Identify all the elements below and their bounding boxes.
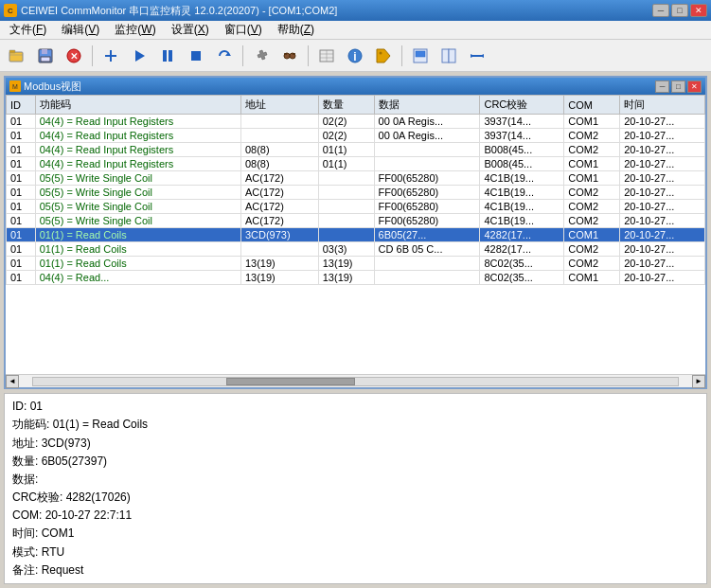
main-area: M Modbus视图 ─ □ ✕ ID 功能码 地址 数量 数据 CRC校 <box>0 72 711 588</box>
modbus-title-left: M Modbus视图 <box>9 80 81 94</box>
title-bar: C CEIWEI CommMonitor 串口监控精灵 12.0.2(20207… <box>0 0 711 21</box>
col-funccode: 功能码 <box>35 96 240 115</box>
detail-value: RTU <box>38 545 64 559</box>
col-com: COM <box>564 96 620 115</box>
table-header-row: ID 功能码 地址 数量 数据 CRC校验 COM 时间 <box>7 96 705 115</box>
table-row[interactable]: 0104(4) = Read Input Registers08(8)01(1)… <box>7 143 705 157</box>
detail-field: 备注: Request <box>12 561 699 579</box>
modbus-maximize[interactable]: □ <box>671 80 685 93</box>
col-crc: CRC校验 <box>480 96 564 115</box>
menu-settings[interactable]: 设置(X) <box>164 20 217 40</box>
title-bar-left: C CEIWEI CommMonitor 串口监控精灵 12.0.2(20207… <box>4 4 337 18</box>
open-button[interactable] <box>4 44 30 68</box>
svg-rect-3 <box>42 49 47 54</box>
detail-label: 地址: <box>12 437 38 450</box>
play-button[interactable] <box>126 44 152 68</box>
modbus-table: ID 功能码 地址 数量 数据 CRC校验 COM 时间 0104(4) = R… <box>6 95 705 285</box>
detail-value: 3CD(973) <box>38 437 90 450</box>
toolbar: ✕ i <box>0 40 711 72</box>
svg-rect-12 <box>191 51 201 61</box>
minimize-button[interactable]: ─ <box>652 4 669 17</box>
close-button[interactable]: ✕ <box>690 4 707 17</box>
detail-label: 功能码: <box>12 418 49 431</box>
svg-marker-25 <box>377 49 390 62</box>
table-row[interactable]: 0105(5) = Write Single CoilAC(172)FF00(6… <box>7 186 705 200</box>
separator-2 <box>242 45 243 66</box>
menu-help[interactable]: 帮助(Z) <box>270 20 322 40</box>
table-row[interactable]: 0104(4) = Read...13(19)13(19)8C02(35...C… <box>7 271 705 285</box>
scroll-right-arrow[interactable]: ► <box>692 375 705 388</box>
menu-window[interactable]: 窗口(V) <box>217 20 270 40</box>
svg-marker-13 <box>225 52 231 56</box>
horizontal-scrollbar[interactable]: ◄ ► <box>6 374 705 387</box>
svg-rect-30 <box>449 49 455 62</box>
scroll-track[interactable] <box>32 377 679 386</box>
detail-panel: ID: 01功能码: 01(1) = Read Coils地址: 3CD(973… <box>4 393 707 584</box>
scroll-thumb[interactable] <box>226 378 355 385</box>
table-body: 0104(4) = Read Input Registers02(2)00 0A… <box>7 115 705 285</box>
app-icon: C <box>4 4 17 17</box>
modbus-close[interactable]: ✕ <box>687 80 702 93</box>
svg-marker-32 <box>471 54 474 58</box>
pause-button[interactable] <box>154 44 181 68</box>
menu-file[interactable]: 文件(F) <box>2 20 54 40</box>
detail-label: 数据: <box>12 472 38 486</box>
separator-1 <box>92 45 93 66</box>
table-row[interactable]: 0101(1) = Read Coils13(19)13(19)8C02(35.… <box>7 257 705 271</box>
detail-value: 4282(17026) <box>62 490 130 504</box>
config-button[interactable] <box>248 44 275 68</box>
detail-value: COM1 <box>38 526 74 540</box>
table-row[interactable]: 0104(4) = Read Input Registers02(2)00 0A… <box>7 129 705 143</box>
menu-bar: 文件(F) 编辑(V) 监控(W) 设置(X) 窗口(V) 帮助(Z) <box>0 21 711 40</box>
delete-button[interactable]: ✕ <box>61 44 87 68</box>
detail-label: CRC校验: <box>12 490 62 504</box>
table-row[interactable]: 0105(5) = Write Single CoilAC(172)FF00(6… <box>7 200 705 214</box>
menu-edit[interactable]: 编辑(V) <box>54 20 107 40</box>
detail-field: 地址: 3CD(973) <box>12 435 699 453</box>
detail-value: Request <box>38 563 83 577</box>
detail-field: COM: 20-10-27 22:7:11 <box>12 507 699 525</box>
svg-point-26 <box>380 51 382 54</box>
modbus-minimize[interactable]: ─ <box>655 80 669 93</box>
svg-marker-9 <box>135 50 145 62</box>
search-button[interactable] <box>276 44 303 68</box>
stop-button[interactable] <box>183 44 209 68</box>
separator-4 <box>401 45 402 66</box>
tag-button[interactable] <box>370 44 397 68</box>
table-row[interactable]: 0104(4) = Read Input Registers08(8)01(1)… <box>7 157 705 171</box>
modbus-window: M Modbus视图 ─ □ ✕ ID 功能码 地址 数量 数据 CRC校 <box>4 76 707 389</box>
modbus-title-bar: M Modbus视图 ─ □ ✕ <box>6 78 705 95</box>
modbus-controls: ─ □ ✕ <box>655 80 702 93</box>
detail-value: 01(1) = Read Coils <box>49 418 148 431</box>
app-title: CEIWEI CommMonitor 串口监控精灵 12.0.2(20207) … <box>21 4 337 18</box>
detail-field: 数量: 6B05(27397) <box>12 453 699 471</box>
scroll-left-arrow[interactable]: ◄ <box>6 375 19 388</box>
detail-label: ID: <box>12 400 27 413</box>
col-id: ID <box>7 96 36 115</box>
col-data: 数据 <box>374 96 480 115</box>
detail-label: 数量: <box>12 454 38 468</box>
detail-field: 功能码: 01(1) = Read Coils <box>12 416 699 434</box>
detail-field: 时间: COM1 <box>12 525 699 543</box>
list-button[interactable] <box>313 44 340 68</box>
table-row[interactable]: 0105(5) = Write Single CoilAC(172)FF00(6… <box>7 214 705 228</box>
table-row[interactable]: 0104(4) = Read Input Registers02(2)00 0A… <box>7 115 705 129</box>
svg-text:✕: ✕ <box>70 51 78 62</box>
table-row[interactable]: 0101(1) = Read Coils03(3)CD 6B 05 C...42… <box>7 242 705 257</box>
svg-rect-4 <box>41 57 50 62</box>
b3-button[interactable] <box>464 44 490 68</box>
info-button[interactable]: i <box>342 44 368 68</box>
table-row[interactable]: 0101(1) = Read Coils3CD(973)6B05(27...42… <box>7 228 705 242</box>
table-row[interactable]: 0105(5) = Write Single CoilAC(172)FF00(6… <box>7 171 705 186</box>
modbus-table-container[interactable]: ID 功能码 地址 数量 数据 CRC校验 COM 时间 0104(4) = R… <box>6 95 705 374</box>
save-button[interactable] <box>32 44 59 68</box>
modbus-title: Modbus视图 <box>24 80 81 94</box>
b2-button[interactable] <box>435 44 462 68</box>
detail-value: 01 <box>27 400 43 413</box>
b1-button[interactable] <box>407 44 434 68</box>
add-button[interactable] <box>98 44 124 68</box>
detail-label: COM: <box>12 508 42 522</box>
menu-monitor[interactable]: 监控(W) <box>107 20 163 40</box>
refresh-button[interactable] <box>211 44 238 68</box>
maximize-button[interactable]: □ <box>671 4 688 17</box>
